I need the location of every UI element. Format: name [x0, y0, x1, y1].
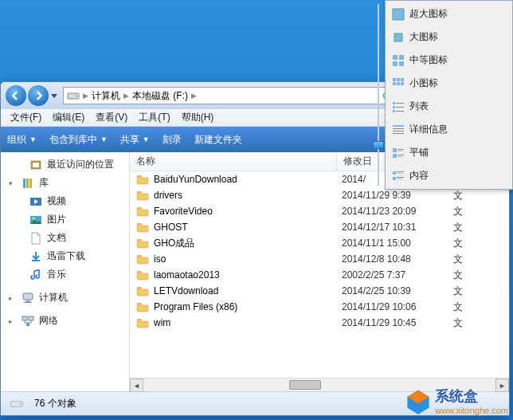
videos-icon [29, 195, 42, 208]
libraries-icon [22, 177, 34, 190]
svg-rect-53 [397, 173, 402, 174]
svg-rect-17 [24, 302, 32, 303]
view-size-slider[interactable] [373, 4, 384, 186]
svg-rect-37 [393, 106, 395, 108]
file-name: wim [154, 317, 342, 328]
view-option-list[interactable]: 列表 [387, 95, 511, 118]
table-row[interactable]: iso2014/12/8 10:48文 [130, 251, 509, 267]
scroll-thumb[interactable] [289, 380, 321, 390]
folder-icon [136, 285, 149, 297]
sidebar-item-music[interactable]: 音乐 [1, 265, 129, 284]
sidebar-item-pictures[interactable]: 图片 [1, 210, 129, 229]
file-date: 2014/11/1 15:00 [342, 237, 453, 249]
svg-rect-35 [393, 102, 395, 104]
cmd-burn[interactable]: 刻录 [163, 133, 182, 147]
svg-point-22 [20, 403, 22, 405]
file-type: 文 [453, 205, 463, 218]
table-row[interactable]: FavoriteVideo2014/11/23 20:09文 [130, 203, 509, 219]
svg-rect-56 [397, 179, 402, 179]
folder-icon [136, 189, 149, 202]
recent-icon [29, 159, 42, 171]
file-date: 2002/2/25 7:37 [342, 269, 453, 281]
svg-rect-25 [393, 55, 397, 60]
view-mode-menu: 超大图标 大图标 中等图标 小图标 列表 详细信息 平铺 内容 [385, 0, 513, 190]
svg-rect-55 [397, 177, 404, 178]
file-date: 2014/11/29 9:39 [342, 190, 453, 201]
svg-rect-10 [29, 179, 32, 188]
back-button[interactable] [6, 85, 26, 106]
file-date: 2014/11/29 10:06 [342, 301, 453, 312]
table-row[interactable]: GHOST2014/12/17 10:31文 [130, 219, 509, 235]
table-row[interactable]: GHO成品2014/11/1 15:00文 [130, 235, 509, 251]
sidebar-item-recent[interactable]: 最近访问的位置 [1, 155, 129, 174]
svg-rect-7 [33, 163, 39, 167]
file-name: GHO成品 [154, 237, 342, 250]
watermark: 系统盒 www.xitonghe.com [405, 387, 508, 415]
status-text: 76 个对象 [34, 397, 76, 410]
file-date: 2014/11/23 20:09 [342, 206, 453, 217]
nav-history-dropdown[interactable] [49, 88, 60, 104]
menu-file[interactable]: 文件(F) [6, 109, 46, 126]
svg-rect-45 [393, 148, 397, 152]
view-option-extra-large[interactable]: 超大图标 [387, 2, 511, 26]
cmd-newfolder[interactable]: 新建文件夹 [194, 133, 242, 147]
address-bar[interactable]: ▶ 计算机 ▶ 本地磁盘 (F:) ▶ [63, 87, 397, 104]
file-date: 2014/11/29 10:45 [342, 317, 453, 328]
svg-rect-16 [25, 300, 30, 302]
menu-tools[interactable]: 工具(T) [134, 109, 174, 126]
table-row[interactable]: wim2014/11/29 10:45文 [130, 315, 509, 331]
svg-rect-30 [397, 78, 400, 81]
sidebar-item-videos[interactable]: 视频 [1, 192, 129, 210]
file-name: drivers [154, 190, 342, 201]
menu-edit[interactable]: 编辑(E) [48, 109, 89, 126]
table-row[interactable]: laomaotao20132002/2/25 7:37文 [130, 267, 509, 283]
view-option-content[interactable]: 内容 [387, 164, 511, 187]
svg-rect-39 [393, 110, 395, 112]
cmd-organize[interactable]: 组织▼ [7, 133, 37, 147]
watermark-url: www.xitonghe.com [435, 406, 508, 415]
menu-help[interactable]: 帮助(H) [177, 109, 219, 126]
table-row[interactable]: LETVdownload2014/2/25 10:39文 [130, 283, 509, 299]
sidebar-item-xunlei[interactable]: 迅雷下载 [1, 247, 129, 265]
chevron-right-icon: ▸ [9, 317, 17, 325]
svg-rect-14 [32, 260, 40, 261]
file-date: 2014/12/8 10:48 [342, 253, 453, 265]
view-option-medium[interactable]: 中等图标 [387, 49, 511, 72]
svg-rect-8 [23, 179, 25, 188]
sidebar-item-network[interactable]: ▸ 网络 [1, 312, 129, 330]
file-type: 文 [453, 300, 463, 314]
column-name[interactable]: 名称 [130, 152, 337, 171]
nav-buttons [6, 85, 60, 106]
cmd-share[interactable]: 共享▼ [120, 133, 150, 147]
file-type: 文 [453, 316, 463, 330]
sidebar: 最近访问的位置 ▾ 库 视频 图片 文档 迅雷下载 音乐 ▸ 计算机 [1, 152, 130, 391]
download-icon [29, 250, 42, 263]
slider-knob[interactable] [373, 141, 384, 149]
view-option-large[interactable]: 大图标 [387, 26, 511, 49]
breadcrumb-computer[interactable]: 计算机 [92, 89, 120, 103]
breadcrumb-drive[interactable]: 本地磁盘 (F:) [132, 89, 188, 103]
cmd-include[interactable]: 包含到库中▼ [49, 133, 108, 147]
sidebar-item-computer[interactable]: ▸ 计算机 [1, 289, 129, 307]
view-option-small[interactable]: 小图标 [387, 72, 511, 95]
view-option-details[interactable]: 详细信息 [387, 118, 511, 141]
menu-view[interactable]: 查看(V) [91, 109, 132, 126]
folder-icon [136, 300, 149, 313]
table-row[interactable]: drivers2014/11/29 9:39文 [130, 187, 509, 203]
folder-icon [136, 237, 149, 249]
extra-large-icon [392, 8, 405, 21]
chevron-right-icon: ▶ [83, 92, 88, 100]
file-type: 文 [453, 237, 463, 250]
file-type: 文 [453, 253, 463, 266]
folder-icon [136, 269, 149, 281]
forward-button[interactable] [28, 85, 49, 106]
table-row[interactable]: Program Files (x86)2014/11/29 10:06文 [130, 299, 509, 315]
sidebar-item-libraries[interactable]: ▾ 库 [1, 174, 129, 192]
file-name: iso [154, 253, 342, 265]
view-option-tiles[interactable]: 平铺 [387, 141, 511, 164]
svg-rect-49 [397, 155, 404, 155]
scroll-left-button[interactable]: ◄ [130, 379, 143, 392]
file-name: GHOST [154, 222, 342, 233]
file-name: laomaotao2013 [154, 269, 342, 281]
sidebar-item-documents[interactable]: 文档 [1, 229, 129, 247]
